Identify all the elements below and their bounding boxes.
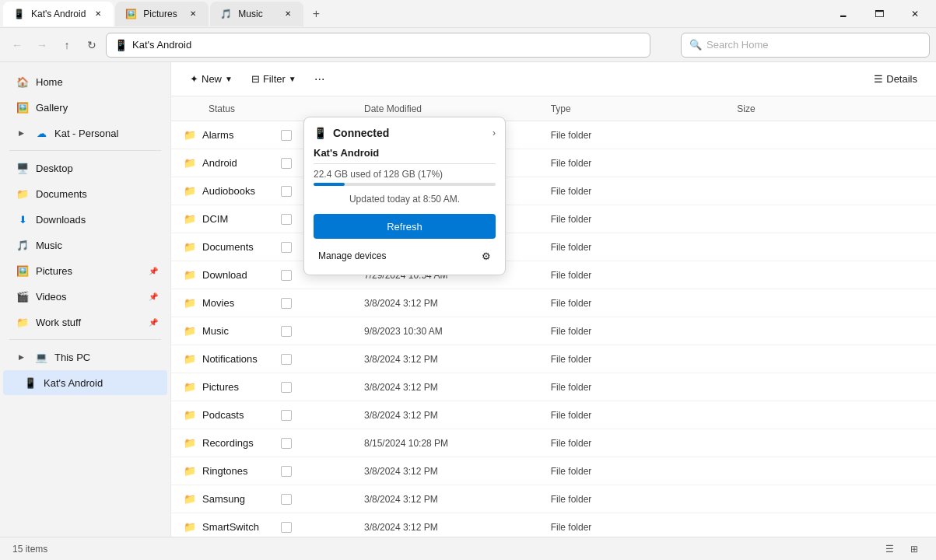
table-row[interactable]: 📁 SmartSwitch 3/8/2024 3:12 PM File fold… <box>171 513 936 537</box>
status-checkbox <box>281 410 292 421</box>
file-name: 📁 Audiobooks <box>184 185 209 197</box>
tab-pictures[interactable]: 🖼️ Pictures ✕ <box>115 2 209 26</box>
file-date: 3/8/2024 3:12 PM <box>364 354 551 365</box>
file-type: File folder <box>551 522 738 533</box>
table-row[interactable]: 📁 Movies 3/8/2024 3:12 PM File folder <box>171 289 936 317</box>
file-type: File folder <box>551 354 738 365</box>
table-row[interactable]: 📁 Android 3/8/2024 3:12 PM File folder <box>171 149 936 177</box>
gallery-icon: 🖼️ <box>16 100 30 114</box>
file-list: Status Date Modified Type Size 📁 Alarms … <box>171 96 936 537</box>
sidebar-item-videos[interactable]: 🎬 Videos 📌 <box>3 284 167 309</box>
sidebar-item-kats-android[interactable]: 📱 Kat's Android <box>3 370 167 395</box>
details-icon: ☰ <box>874 73 883 85</box>
back-button[interactable]: ← <box>6 34 28 56</box>
details-button[interactable]: ☰ Details <box>868 70 924 88</box>
table-row[interactable]: 📁 DCIM 3/8/2024 3:12 PM File folder <box>171 205 936 233</box>
sidebar-item-work-stuff[interactable]: 📁 Work stuff 📌 <box>3 310 167 334</box>
table-row[interactable]: 📁 Recordings 8/15/2024 10:28 PM File fol… <box>171 429 936 457</box>
view-grid-button[interactable]: ⊞ <box>905 540 924 558</box>
forward-button[interactable]: → <box>31 34 53 56</box>
sidebar-item-music[interactable]: 🎵 Music <box>3 233 167 257</box>
file-status <box>209 438 364 449</box>
address-bar[interactable]: 📱 Kat's Android <box>106 33 650 58</box>
sidebar-item-downloads[interactable]: ⬇ Downloads <box>3 207 167 232</box>
manage-devices-button[interactable]: Manage devices <box>314 247 391 264</box>
minimize-button[interactable]: 🗕 <box>826 0 861 28</box>
up-button[interactable]: ↑ <box>56 34 78 56</box>
sidebar-item-this-pc[interactable]: ▶ 💻 This PC <box>3 345 167 369</box>
tab-close-music[interactable]: ✕ <box>282 8 294 20</box>
file-date: 8/15/2024 10:28 PM <box>364 438 551 449</box>
sidebar-item-pictures[interactable]: 🖼️ Pictures 📌 <box>3 258 167 283</box>
new-button[interactable]: ✦ New ▼ <box>184 70 239 88</box>
table-row[interactable]: 📁 Ringtones 3/8/2024 3:12 PM File folder <box>171 457 936 485</box>
file-name: 📁 Music <box>184 325 209 337</box>
table-row[interactable]: 📁 Download 7/29/2024 10:54 AM File folde… <box>171 261 936 289</box>
sidebar-item-kat-personal[interactable]: ▶ ☁ Kat - Personal <box>3 121 167 145</box>
refresh-button[interactable]: ↻ <box>81 34 103 56</box>
file-name: 📁 Alarms <box>184 129 209 141</box>
view-list-button[interactable]: ☰ <box>880 540 899 558</box>
file-status <box>209 354 364 365</box>
close-button[interactable]: ✕ <box>897 0 933 28</box>
table-row[interactable]: 📁 Audiobooks 3/8/2024 3:12 PM File folde… <box>171 177 936 205</box>
sidebar-label-thispc: This PC <box>54 352 90 363</box>
popup-settings-icon[interactable]: ⚙ <box>477 247 496 265</box>
filter-label: Filter <box>263 73 286 85</box>
documents-icon: 📁 <box>16 187 30 201</box>
tab-label-android: Kat's Android <box>31 9 86 19</box>
file-date: 3/8/2024 3:12 PM <box>364 410 551 421</box>
file-date: 3/8/2024 3:12 PM <box>364 494 551 505</box>
tab-label-music: Music <box>238 9 262 19</box>
search-bar[interactable]: 🔍 Search Home <box>681 33 930 58</box>
filter-button[interactable]: ⊟ Filter ▼ <box>245 70 303 88</box>
table-row[interactable]: 📁 Notifications 3/8/2024 3:12 PM File fo… <box>171 345 936 373</box>
sidebar-item-desktop[interactable]: 🖥️ Desktop <box>3 156 167 180</box>
connected-icon: 📱 <box>314 127 327 139</box>
sidebar-label-documents: Documents <box>36 188 87 200</box>
file-name: 📁 Ringtones <box>184 465 209 477</box>
music-icon: 🎵 <box>16 238 30 252</box>
maximize-button[interactable]: 🗖 <box>861 0 897 28</box>
file-date: 3/8/2024 3:12 PM <box>364 466 551 477</box>
sidebar-label-kats-android: Kat's Android <box>44 377 103 389</box>
status-checkbox <box>281 494 292 505</box>
table-row[interactable]: 📁 Podcasts 3/8/2024 3:12 PM File folder <box>171 401 936 429</box>
table-row[interactable]: 📁 Documents 2/27/2024 5:45 PM File folde… <box>171 233 936 261</box>
new-chevron: ▼ <box>225 75 233 83</box>
file-date: 3/8/2024 3:12 PM <box>364 298 551 309</box>
popup-device-name: Kat's Android <box>314 147 496 164</box>
file-status <box>209 494 364 505</box>
file-date: 9/8/2023 10:30 AM <box>364 326 551 337</box>
file-name: 📁 Recordings <box>184 437 209 449</box>
sidebar-item-documents[interactable]: 📁 Documents <box>3 181 167 206</box>
tab-close-android[interactable]: ✕ <box>92 8 104 20</box>
add-tab-button[interactable]: + <box>305 3 327 25</box>
address-text: Kat's Android <box>132 39 191 51</box>
table-row[interactable]: 📁 Samsung 3/8/2024 3:12 PM File folder <box>171 485 936 513</box>
table-row[interactable]: 📁 Music 9/8/2023 10:30 AM File folder <box>171 317 936 345</box>
popup-chevron-icon: › <box>493 128 496 138</box>
tab-music[interactable]: 🎵 Music ✕ <box>210 2 303 26</box>
sidebar-label-pictures: Pictures <box>36 265 72 277</box>
refresh-button-popup[interactable]: Refresh <box>314 214 496 239</box>
home-icon: 🏠 <box>16 75 30 89</box>
sidebar-item-home[interactable]: 🏠 Home <box>3 69 167 94</box>
tab-kats-android[interactable]: 📱 Kat's Android ✕ <box>3 2 114 26</box>
folder-icon: 📁 <box>184 353 196 365</box>
file-rows: 📁 Alarms 3/8/2024 3:12 PM File folder 📁 … <box>171 121 936 537</box>
table-row[interactable]: 📁 Alarms 3/8/2024 3:12 PM File folder <box>171 121 936 149</box>
file-type: File folder <box>551 298 738 309</box>
sidebar-item-gallery[interactable]: 🖼️ Gallery <box>3 95 167 120</box>
status-checkbox <box>281 214 292 225</box>
file-type: File folder <box>551 214 738 225</box>
status-checkbox <box>281 242 292 253</box>
more-button[interactable]: ··· <box>309 68 331 90</box>
pin-icon-pictures: 📌 <box>149 267 158 275</box>
table-row[interactable]: 📁 Pictures 3/8/2024 3:12 PM File folder <box>171 373 936 401</box>
tab-close-pictures[interactable]: ✕ <box>187 8 199 20</box>
folder-icon: 📁 <box>184 521 196 533</box>
folder-icon: 📁 <box>184 465 196 477</box>
new-icon: ✦ <box>190 73 198 85</box>
col-status: Status <box>209 103 364 114</box>
